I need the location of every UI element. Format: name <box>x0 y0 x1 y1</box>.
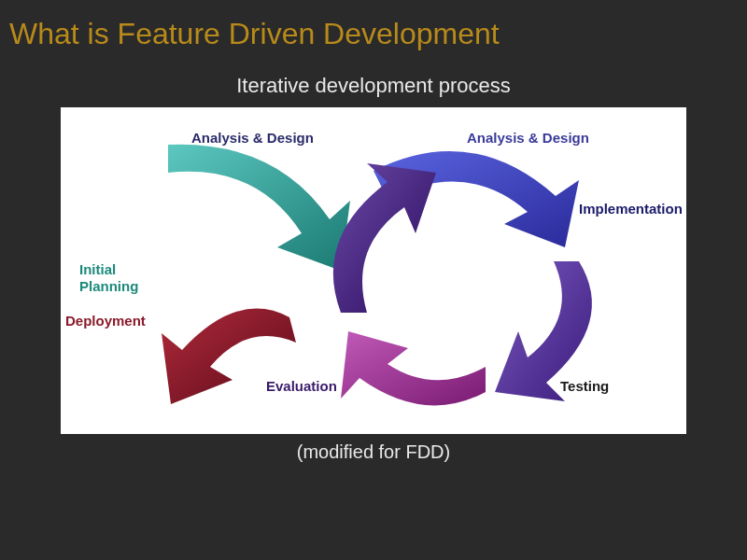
label-initial-planning: InitialPlanning <box>79 261 138 295</box>
arrow-testing-to-evaluation <box>341 331 486 405</box>
arrow-initial-planning <box>168 145 350 271</box>
arrow-evaluation-to-analysis <box>333 163 436 313</box>
label-analysis-design-right: Analysis & Design <box>467 130 589 147</box>
process-diagram: Analysis & Design Analysis & Design Impl… <box>61 107 686 434</box>
label-implementation: Implementation <box>579 201 683 217</box>
slide-subtitle: Iterative development process <box>0 55 747 107</box>
label-deployment: Deployment <box>65 313 146 329</box>
label-analysis-design-left: Analysis & Design <box>191 130 314 147</box>
label-evaluation: Evaluation <box>266 378 337 395</box>
slide-caption: (modified for FDD) <box>0 434 747 463</box>
label-testing: Testing <box>560 378 609 395</box>
slide-title: What is Feature Driven Development <box>0 0 747 55</box>
